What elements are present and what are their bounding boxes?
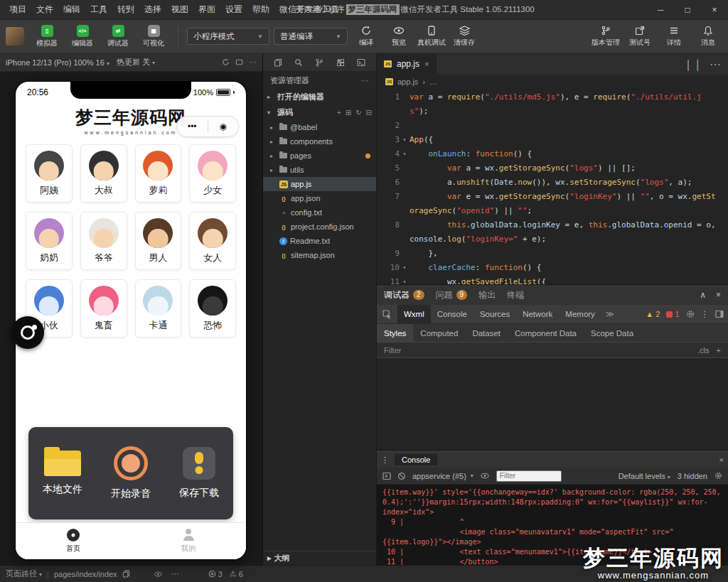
avatar-card[interactable]: 鬼畜	[80, 279, 127, 338]
console-sidebar-icon[interactable]	[382, 472, 391, 480]
close-button[interactable]: ×	[701, 0, 728, 19]
menu-item[interactable]: 视图	[166, 0, 193, 19]
tree-item[interactable]: {}project.config.json	[263, 220, 376, 234]
console-context-select[interactable]: appservice (#5)▾	[412, 472, 473, 480]
floating-action-button[interactable]	[11, 316, 44, 349]
menu-item[interactable]: 编辑	[58, 0, 85, 19]
avatar-card[interactable]: 大叔	[80, 144, 127, 203]
start-record-button[interactable]: 开始录音	[111, 446, 151, 500]
tab-home[interactable]: 首页	[16, 523, 131, 559]
compile-button[interactable]: 编译	[352, 26, 380, 48]
more-tabs-icon[interactable]: ≫	[601, 309, 619, 319]
avatar-card[interactable]: 女人	[189, 212, 236, 270]
avatar-card[interactable]: 萝莉	[135, 144, 182, 203]
menu-item[interactable]: 选择	[139, 0, 166, 19]
gear-icon[interactable]	[686, 310, 695, 318]
preview-button[interactable]: 预览	[385, 26, 413, 48]
close-tab-icon[interactable]: ×	[424, 60, 429, 68]
debugger-tab[interactable]: 调试器2	[384, 289, 424, 301]
inspector-tab[interactable]: Dataset	[465, 324, 508, 342]
inspector-tab[interactable]: Scope Data	[584, 324, 641, 342]
close-drawer-icon[interactable]: ×	[719, 456, 724, 464]
outline-section[interactable]: ▸ 大纲	[263, 551, 376, 565]
more-icon[interactable]: ⋯	[361, 76, 369, 85]
user-avatar[interactable]	[6, 27, 24, 45]
inspector-tab[interactable]: Computed	[413, 324, 465, 342]
warning-count[interactable]: ▲2	[646, 310, 660, 318]
more-icon[interactable]: ⋯	[171, 569, 179, 578]
tree-item[interactable]: JSapp.js	[263, 177, 376, 191]
close-panel-icon[interactable]: ×	[716, 290, 721, 300]
console-filter-input[interactable]	[496, 470, 562, 482]
collapse-panel-icon[interactable]: ∧	[700, 290, 706, 300]
devtools-tab[interactable]: Memory	[559, 305, 601, 323]
editor-button[interactable]: </> 编辑器	[67, 25, 98, 48]
version-control-button[interactable]: 版本管理	[592, 26, 620, 48]
avatar-card[interactable]: 恐怖	[189, 279, 236, 338]
maximize-button[interactable]: □	[674, 0, 701, 19]
clear-cache-button[interactable]: 清缓存	[450, 26, 478, 48]
debugger-button[interactable]: ⇄ 调试器	[102, 25, 134, 48]
cls-toggle[interactable]: .cls	[697, 346, 710, 355]
inspect-element-icon[interactable]	[377, 310, 397, 319]
inspector-tab[interactable]: Styles	[377, 324, 413, 342]
avatar-card[interactable]: 卡通	[135, 279, 182, 338]
tree-item[interactable]: ▸utils	[263, 163, 376, 177]
error-count[interactable]: 1	[666, 310, 679, 318]
tree-item[interactable]: ▸components	[263, 134, 376, 149]
refresh-icon[interactable]: ↻	[355, 109, 361, 117]
extensions-icon[interactable]	[336, 58, 345, 67]
breadcrumb[interactable]: JS app.js › …	[377, 75, 728, 89]
device-select[interactable]: iPhone 12/13 (Pro) 100% 16 ▾	[6, 58, 109, 67]
capsule-close-button[interactable]: ◉	[208, 117, 239, 136]
kebab-menu-icon[interactable]: ⋮	[701, 309, 710, 319]
menu-item[interactable]: 微信开发者工具	[274, 0, 344, 19]
files-icon[interactable]	[274, 58, 282, 67]
clear-console-icon[interactable]	[397, 472, 406, 480]
devtools-tab[interactable]: Network	[516, 305, 559, 323]
avatar-card[interactable]: 男人	[135, 212, 182, 270]
menu-item[interactable]: 设置	[220, 0, 247, 19]
search-icon[interactable]	[294, 58, 303, 67]
avatar-card[interactable]: 少女	[189, 144, 236, 203]
new-file-icon[interactable]: +	[337, 109, 341, 117]
source-section[interactable]: ▾ 源码 + ⊞ ↻ ⊟	[263, 104, 376, 120]
remote-debug-button[interactable]: 真机调试	[417, 26, 446, 48]
local-files-button[interactable]: 本地文件	[43, 451, 82, 496]
split-editor-icon[interactable]: ❘❘	[683, 58, 702, 71]
devtools-tab[interactable]: Sources	[473, 305, 516, 323]
page-path-select[interactable]: 页面路径 ▾	[6, 568, 42, 579]
minimize-button[interactable]: ─	[647, 0, 674, 19]
copy-icon[interactable]	[122, 570, 130, 578]
avatar-card[interactable]: 爷爷	[80, 212, 127, 270]
mode-select[interactable]: 小程序模式▼	[187, 28, 269, 45]
test-account-button[interactable]: 测试号	[626, 26, 654, 48]
tree-item[interactable]: {}app.json	[263, 191, 376, 205]
debugger-tab[interactable]: 输出	[478, 289, 496, 301]
menu-item[interactable]: 项目	[4, 0, 31, 19]
menu-item[interactable]: 工具	[85, 0, 112, 19]
avatar-card[interactable]: 阿姨	[26, 144, 73, 203]
more-icon[interactable]: ⋯	[249, 58, 257, 67]
collapse-all-icon[interactable]: ⊟	[366, 109, 372, 117]
menu-item[interactable]: 帮助	[247, 0, 274, 19]
rotate-icon[interactable]	[222, 58, 230, 66]
screenshot-icon[interactable]	[235, 58, 243, 66]
new-folder-icon[interactable]: ⊞	[346, 109, 351, 117]
debugger-tab[interactable]: 终端	[507, 289, 524, 301]
terminal-icon[interactable]	[357, 58, 365, 67]
eye-icon[interactable]	[480, 472, 490, 480]
problems-summary[interactable]: 3 ⚠6	[208, 569, 243, 578]
simulator-button[interactable]: ▯ 模拟器	[31, 25, 63, 48]
tab-mine[interactable]: 我的	[131, 523, 246, 559]
visual-button[interactable]: ▦ 可视化	[138, 25, 169, 48]
kebab-menu-icon[interactable]: ⋮	[381, 456, 389, 465]
menu-item[interactable]: 界面	[193, 0, 220, 19]
tree-item[interactable]: ▸@babel	[263, 120, 376, 134]
dock-side-icon[interactable]	[715, 310, 724, 318]
log-levels-select[interactable]: Default levels ▾	[619, 472, 670, 480]
eye-icon[interactable]	[154, 571, 163, 578]
console-drawer-tab[interactable]: Console	[395, 454, 437, 465]
gear-icon[interactable]	[714, 472, 722, 480]
avatar-card[interactable]: 奶奶	[26, 212, 73, 270]
